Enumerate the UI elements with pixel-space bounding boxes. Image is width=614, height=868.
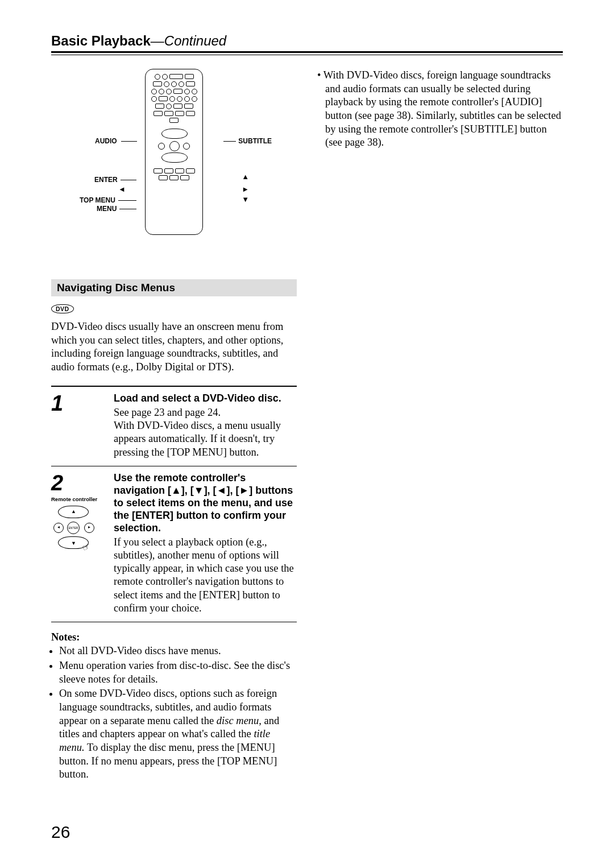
label-menu: MENU (97, 205, 117, 213)
step-number: 2 (51, 472, 114, 494)
manual-page: Basic Playback—Continued (0, 0, 614, 868)
dvd-badge-icon: DVD (51, 304, 74, 313)
page-header: Basic Playback—Continued (51, 33, 563, 51)
label-subtitle: SUBTITLE (238, 137, 272, 145)
header-rule (51, 51, 563, 55)
arrow-left-icon: ◄ (118, 185, 126, 193)
arrow-right-icon: ► (242, 185, 249, 193)
step-heading: Use the remote controller's navigation [… (114, 472, 297, 535)
notes-heading: Notes: (51, 631, 297, 643)
page-number: 26 (51, 822, 70, 842)
note-item: On some DVD-Video discs, options such as… (59, 687, 297, 782)
notes-list: Not all DVD-Video discs have menus. Menu… (51, 644, 297, 782)
label-top-menu: TOP MENU (80, 196, 115, 204)
step-1: 1 Load and select a DVD-Video disc. See … (51, 387, 297, 466)
step-body: See page 23 and page 24.With DVD-Video d… (114, 406, 297, 459)
note-item: Not all DVD-Video discs have menus. (59, 644, 297, 658)
step-sublabel: Remote controller (51, 496, 114, 502)
section-heading: Navigating Disc Menus (51, 279, 297, 296)
header-title-text: Basic Playback (51, 33, 151, 48)
step-content: Load and select a DVD-Video disc. See pa… (114, 392, 297, 459)
label-enter: ENTER (94, 176, 118, 184)
step-body: If you select a playback option (e.g., s… (114, 536, 297, 615)
step-number-column: 1 (51, 392, 114, 459)
header-continued: —Continued (151, 33, 226, 48)
left-column: AUDIO SUBTITLE ENTER ◄ TOP MENU MENU ▲ ►… (51, 69, 297, 783)
step-number-column: 2 Remote controller ▲ ◂ ENTER ▸ ▼ ☞ (51, 472, 114, 615)
step-content: Use the remote controller's navigation [… (114, 472, 297, 615)
arrow-up-icon: ▲ (242, 172, 249, 181)
label-audio: AUDIO (95, 137, 117, 145)
step-number: 1 (51, 392, 114, 414)
steps-list: 1 Load and select a DVD-Video disc. See … (51, 386, 297, 623)
remote-body-outline (145, 69, 203, 235)
step-heading: Load and select a DVD-Video disc. (114, 392, 297, 405)
mini-remote-icon: ▲ ◂ ENTER ▸ ▼ ☞ (51, 506, 97, 551)
right-column: • With DVD-Video discs, foreign language… (317, 69, 563, 783)
remote-controller-diagram: AUDIO SUBTITLE ENTER ◄ TOP MENU MENU ▲ ►… (51, 69, 297, 251)
right-column-bullet: • With DVD-Video discs, foreign language… (317, 69, 563, 150)
two-column-layout: AUDIO SUBTITLE ENTER ◄ TOP MENU MENU ▲ ►… (51, 69, 563, 783)
note-item: Menu operation varies from disc-to-disc.… (59, 659, 297, 686)
section-intro-text: DVD-Video discs usually have an onscreen… (51, 320, 297, 374)
remote-nav-pad (157, 129, 191, 163)
step-2: 2 Remote controller ▲ ◂ ENTER ▸ ▼ ☞ Use … (51, 466, 297, 623)
arrow-down-icon: ▼ (242, 195, 249, 204)
